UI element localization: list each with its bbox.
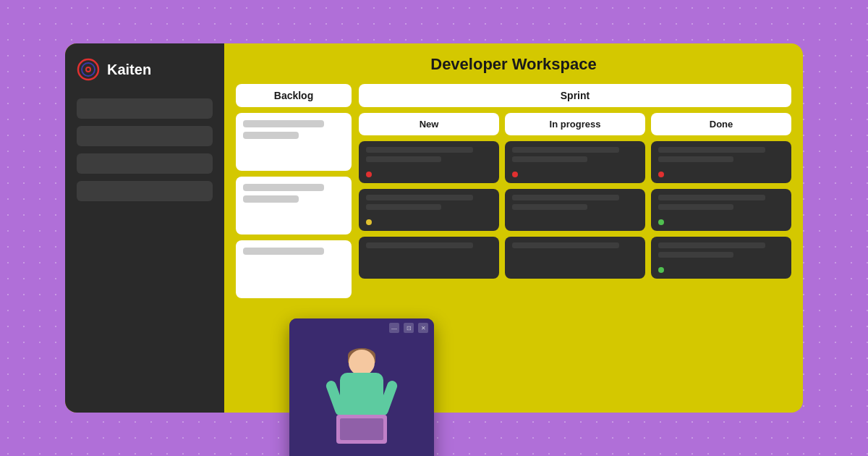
popup-expand-button[interactable]: ⊡ <box>404 323 414 333</box>
card-line <box>243 120 324 127</box>
dark-card-line-short <box>512 156 587 162</box>
dark-card-line-short <box>658 204 733 210</box>
main-container: Kaiten Developer Workspace Backlog <box>65 43 803 413</box>
dot-red-icon <box>366 172 372 177</box>
sidebar-app-title: Kaiten <box>107 62 151 78</box>
new-card-2[interactable] <box>359 189 499 231</box>
dark-card-line-short <box>512 204 587 210</box>
backlog-header: Backlog <box>236 84 352 107</box>
done-card-1[interactable] <box>651 141 791 183</box>
popup-close-button[interactable]: ✕ <box>418 323 428 333</box>
new-card-3[interactable] <box>359 237 499 279</box>
col-header-done: Done <box>651 113 791 135</box>
dark-card-line-short <box>658 252 733 258</box>
dark-card-line-short <box>658 156 733 162</box>
person-figure <box>315 342 409 456</box>
dot-yellow-icon <box>366 219 372 225</box>
sidebar-item-1[interactable] <box>77 98 213 119</box>
dark-card-line <box>366 147 473 153</box>
sprint-header: Sprint <box>359 84 791 107</box>
board-title: Developer Workspace <box>236 55 791 74</box>
svg-point-3 <box>87 68 90 71</box>
video-popup: — ⊡ ✕ <box>289 318 434 456</box>
dark-card-line <box>658 147 765 153</box>
dark-card-line <box>366 242 473 248</box>
dot-green-icon <box>658 267 664 273</box>
backlog-card-1[interactable] <box>236 113 352 171</box>
dot-green-icon <box>658 219 664 225</box>
kaiten-logo-icon <box>77 58 100 81</box>
backlog-card-3[interactable] <box>236 240 352 298</box>
sprint-col-done: Done <box>651 113 791 401</box>
popup-titlebar: — ⊡ ✕ <box>289 318 434 337</box>
col-header-inprogress: In progress <box>505 113 645 135</box>
card-line-short <box>243 132 299 139</box>
card-line-short <box>243 195 299 203</box>
sidebar-logo: Kaiten <box>77 58 213 81</box>
sidebar-nav <box>77 98 213 201</box>
sidebar-item-3[interactable] <box>77 153 213 174</box>
person-head <box>349 350 375 376</box>
dark-card-line <box>658 242 765 248</box>
dark-card-line <box>512 147 619 153</box>
card-line <box>243 184 324 191</box>
sidebar: Kaiten <box>65 43 224 413</box>
person-laptop-screen <box>340 418 383 440</box>
dark-card-line-short <box>366 156 441 162</box>
sidebar-item-2[interactable] <box>77 126 213 146</box>
inprogress-card-2[interactable] <box>505 189 645 231</box>
dot-red-icon <box>512 172 518 177</box>
card-line <box>243 248 324 255</box>
dot-red-icon <box>658 172 664 177</box>
dark-card-line <box>366 195 473 200</box>
backlog-card-2[interactable] <box>236 177 352 235</box>
sprint-col-inprogress: In progress <box>505 113 645 401</box>
dark-card-line <box>658 195 765 200</box>
dark-card-line <box>512 195 619 200</box>
popup-minimize-button[interactable]: — <box>389 323 399 333</box>
col-header-new: New <box>359 113 499 135</box>
dark-card-line <box>512 242 619 248</box>
inprogress-card-1[interactable] <box>505 141 645 183</box>
person-laptop <box>336 415 387 444</box>
dark-card-line-short <box>366 204 441 210</box>
done-card-2[interactable] <box>651 189 791 231</box>
inprogress-card-3[interactable] <box>505 237 645 279</box>
done-card-3[interactable] <box>651 237 791 279</box>
new-card-1[interactable] <box>359 141 499 183</box>
sidebar-item-4[interactable] <box>77 181 213 201</box>
video-content <box>289 337 434 456</box>
